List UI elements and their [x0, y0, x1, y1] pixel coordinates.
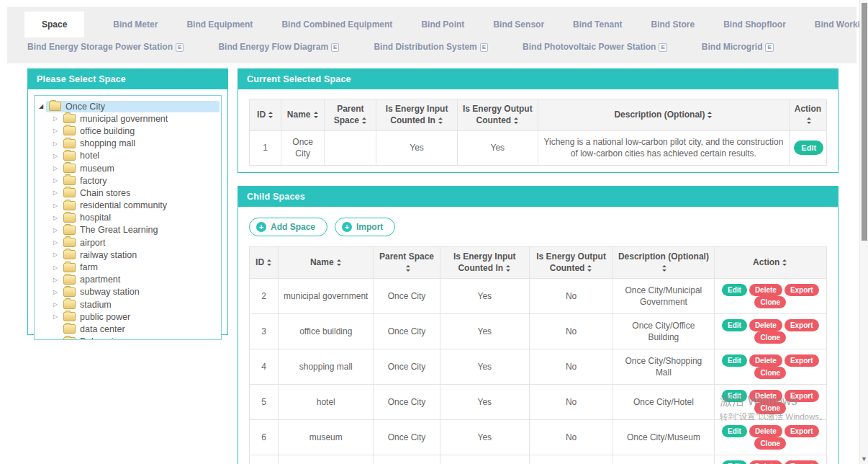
tree-item-debugging-space[interactable]: Debugging space [36, 336, 220, 340]
tab-bind-combined-equipment[interactable]: Bind Combined Equipment [281, 12, 392, 37]
tab-bind-distribution-system[interactable]: Bind Distribution SystemE [374, 37, 488, 56]
expand-arrow-icon[interactable]: ▷ [50, 177, 60, 184]
tab-bind-energy-storage-power-station[interactable]: Bind Energy Storage Power StationE [27, 37, 184, 56]
tree-item-the-great-learning[interactable]: ▷The Great Learning [36, 224, 220, 236]
import-button[interactable]: + Import [335, 218, 395, 236]
tab-bind-microgrid[interactable]: Bind MicrogridE [702, 37, 774, 56]
tree-item-residential-community[interactable]: ▷residential community [36, 200, 220, 212]
tab-bind-meter[interactable]: Bind Meter [113, 12, 158, 37]
edit-button[interactable]: Edit [722, 354, 747, 367]
expand-arrow-icon[interactable]: ▷ [50, 227, 60, 233]
tree-item-hotel[interactable]: ▷hotel [36, 150, 220, 162]
add-space-button[interactable]: + Add Space [249, 218, 327, 236]
expand-arrow-icon[interactable]: ▷ [50, 140, 60, 147]
tree-item-stadium[interactable]: ▷stadium [36, 298, 220, 311]
column-header-description-optional[interactable]: Description (Optional) [538, 99, 789, 131]
tree-item-factory[interactable]: ▷factory [36, 174, 220, 187]
tree-item-once-city[interactable]: ◢Once City [36, 100, 220, 112]
scrollbar-thumb[interactable] [862, 3, 867, 241]
tree-item-office-building[interactable]: ▷office building [36, 125, 220, 137]
tab-bind-tenant[interactable]: Bind Tenant [573, 12, 622, 37]
expand-arrow-icon[interactable]: ▷ [50, 251, 60, 258]
edit-button[interactable]: Edit [722, 319, 747, 331]
clone-button[interactable]: Clone [754, 331, 786, 344]
tree-item-public-power[interactable]: ▷public power [36, 311, 220, 323]
column-header-is-energy-output-counted[interactable]: Is Energy Output Counted [457, 99, 538, 131]
export-button[interactable]: Export [785, 354, 819, 367]
cell-description: Once City/Museum [613, 420, 714, 455]
tab-space[interactable]: Space [24, 12, 84, 37]
expand-arrow-icon[interactable]: ▷ [50, 313, 60, 320]
export-button[interactable]: Export [785, 390, 819, 402]
edit-button[interactable]: Edit [794, 140, 823, 155]
expand-arrow-icon[interactable]: ▷ [50, 289, 60, 295]
delete-button[interactable]: Delete [749, 460, 782, 464]
expand-arrow-icon[interactable]: ▷ [50, 128, 60, 134]
tree-item-shopping-mall[interactable]: ▷shopping mall [36, 138, 220, 150]
tree-item-data-center[interactable]: data center [36, 323, 220, 335]
delete-button[interactable]: Delete [749, 284, 782, 296]
expand-arrow-icon[interactable]: ▷ [50, 189, 60, 196]
tree-item-hospital[interactable]: ▷hospital [36, 212, 220, 224]
expand-arrow-icon[interactable]: ▷ [50, 202, 60, 209]
tree-item-railway-station[interactable]: ▷railway station [36, 249, 220, 261]
tab-bind-shopfloor[interactable]: Bind Shopfloor [723, 12, 786, 37]
tree-item-apartment[interactable]: ▷apartment [36, 274, 220, 286]
column-header-action[interactable]: Action [789, 99, 826, 131]
tab-bind-photovoltaic-power-station[interactable]: Bind Photovoltaic Power StationE [523, 37, 667, 56]
export-button[interactable]: Export [785, 284, 819, 296]
clone-button[interactable]: Clone [754, 367, 786, 379]
clone-button[interactable]: Clone [754, 402, 786, 414]
column-header-id[interactable]: ID [250, 99, 281, 131]
edit-button[interactable]: Edit [722, 425, 747, 437]
export-button[interactable]: Export [785, 319, 819, 331]
tree-item-subway-station[interactable]: ▷subway station [36, 286, 220, 298]
tab-label: Bind Shopfloor [723, 19, 786, 30]
sort-icon [314, 112, 319, 118]
column-header-description-optional[interactable]: Description (Optional) [613, 247, 714, 279]
tab-bind-point[interactable]: Bind Point [421, 12, 464, 37]
sort-icon [587, 265, 592, 272]
export-button[interactable]: Export [785, 460, 819, 464]
expand-arrow-icon[interactable]: ▷ [50, 115, 60, 122]
delete-button[interactable]: Delete [749, 390, 782, 402]
delete-button[interactable]: Delete [749, 425, 782, 437]
tree-item-farm[interactable]: ▷farm [36, 261, 220, 273]
column-header-is-energy-input-counted-in[interactable]: Is Energy Input Counted In [376, 99, 457, 131]
tree-item-airport[interactable]: ▷airport [36, 236, 220, 249]
page-scrollbar[interactable]: ▼ [859, 0, 868, 464]
column-header-is-energy-input-counted-in[interactable]: Is Energy Input Counted In [440, 247, 529, 279]
tree-item-museum[interactable]: ▷museum [36, 162, 220, 174]
column-header-parent-space[interactable]: Parent Space [325, 99, 376, 131]
column-header-id[interactable]: ID [250, 247, 279, 279]
column-header-parent-space[interactable]: Parent Space [374, 247, 440, 279]
column-header-action[interactable]: Action [714, 247, 826, 279]
expand-arrow-icon[interactable]: ▷ [50, 239, 60, 246]
tab-bind-sensor[interactable]: Bind Sensor [493, 12, 544, 37]
tree-item-chain-stores[interactable]: ▷Chain stores [36, 187, 220, 199]
column-header-is-energy-output-counted[interactable]: Is Energy Output Counted [529, 247, 612, 279]
column-header-name[interactable]: Name [281, 99, 325, 131]
edit-button[interactable]: Edit [722, 390, 747, 402]
expand-arrow-icon[interactable]: ▷ [50, 301, 60, 308]
folder-icon [63, 201, 76, 210]
edit-button[interactable]: Edit [722, 460, 747, 464]
clone-button[interactable]: Clone [754, 437, 786, 450]
tab-bind-equipment[interactable]: Bind Equipment [186, 12, 253, 37]
collapse-arrow-icon[interactable]: ◢ [36, 103, 46, 110]
expand-arrow-icon[interactable]: ▷ [50, 215, 60, 221]
expand-arrow-icon[interactable]: ▷ [50, 153, 60, 159]
tree-item-municipal-government[interactable]: ▷municipal government [36, 112, 220, 125]
tab-bind-energy-flow-diagram[interactable]: Bind Energy Flow DiagramE [218, 37, 339, 56]
expand-arrow-icon[interactable]: ▷ [50, 165, 60, 171]
scroll-down-arrow-icon[interactable]: ▼ [860, 455, 868, 463]
delete-button[interactable]: Delete [749, 319, 782, 331]
clone-button[interactable]: Clone [754, 296, 786, 308]
expand-arrow-icon[interactable]: ▷ [50, 264, 60, 271]
edit-button[interactable]: Edit [722, 284, 747, 296]
export-button[interactable]: Export [785, 425, 819, 437]
tab-bind-store[interactable]: Bind Store [651, 12, 695, 37]
column-header-name[interactable]: Name [279, 247, 374, 279]
delete-button[interactable]: Delete [749, 354, 782, 367]
expand-arrow-icon[interactable]: ▷ [50, 277, 60, 283]
